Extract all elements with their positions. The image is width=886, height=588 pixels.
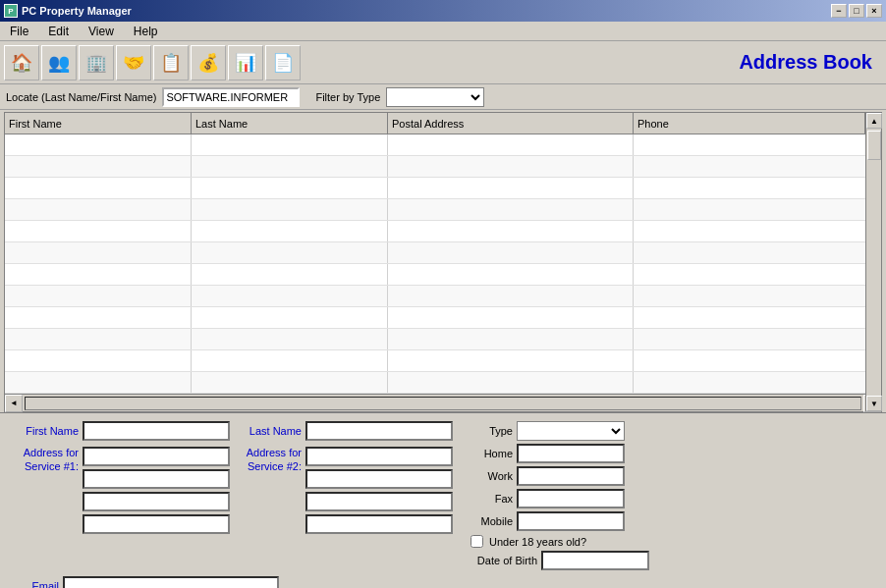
toolbar-btn-document[interactable]: 📄 xyxy=(265,45,301,80)
table-cell xyxy=(388,242,634,263)
table-row[interactable] xyxy=(5,199,881,221)
vscroll-up-arrow[interactable]: ▲ xyxy=(866,113,882,129)
menu-edit[interactable]: Edit xyxy=(42,23,75,40)
table-cell xyxy=(388,350,634,371)
firstname-input[interactable] xyxy=(83,421,230,441)
vscroll-thumb[interactable] xyxy=(867,131,881,160)
table-cell xyxy=(192,242,388,263)
addr-s1-line1[interactable] xyxy=(83,447,230,466)
table-cell xyxy=(192,286,388,306)
close-button[interactable]: × xyxy=(866,4,882,18)
dob-input[interactable] xyxy=(541,551,649,570)
under18-checkbox[interactable] xyxy=(471,535,483,548)
address-book-title: Address Book xyxy=(739,51,882,74)
table-wrapper: First Name Last Name Postal Address Phon… xyxy=(4,112,882,412)
table-cell xyxy=(388,286,634,306)
fax-row: Fax xyxy=(469,489,649,508)
mobile-input[interactable] xyxy=(517,511,625,531)
toolbar-btn-company[interactable]: 🏢 xyxy=(79,45,114,80)
table-cell xyxy=(388,372,634,393)
table-cell xyxy=(388,221,634,241)
table-row[interactable] xyxy=(5,134,881,156)
menu-bar: File Edit View Help xyxy=(0,22,886,41)
address-s1-label: Address forService #1: xyxy=(10,444,79,474)
toolbar-btn-chart[interactable]: 📊 xyxy=(228,45,263,80)
under18-row: Under 18 years old? xyxy=(469,535,649,548)
table-row[interactable] xyxy=(5,286,881,307)
form-left-section: First Name Address forService #1: xyxy=(10,421,230,537)
under18-label: Under 18 years old? xyxy=(489,536,586,548)
form-inner: First Name Address forService #1: Last N… xyxy=(10,421,876,573)
mobile-label: Mobile xyxy=(469,515,513,527)
filter-type-select[interactable] xyxy=(386,87,484,107)
email-label: Email xyxy=(10,580,59,588)
addr-s2-line1[interactable] xyxy=(305,447,453,466)
home-input[interactable] xyxy=(517,444,625,463)
table-row[interactable] xyxy=(5,329,881,350)
title-bar-text: PC Property Manager xyxy=(22,5,132,17)
email-input[interactable] xyxy=(63,576,279,588)
table-row[interactable] xyxy=(5,307,881,329)
toolbar-btn-home[interactable]: 🏠 xyxy=(4,45,39,80)
work-input[interactable] xyxy=(517,466,625,486)
fax-input[interactable] xyxy=(517,489,625,508)
table-cell xyxy=(634,350,881,371)
table-cell xyxy=(192,221,388,241)
home-label: Home xyxy=(469,448,513,459)
table-row[interactable] xyxy=(5,221,881,242)
search-input[interactable] xyxy=(162,87,300,107)
table-row[interactable] xyxy=(5,156,881,178)
addr-s1-line4[interactable] xyxy=(83,514,230,534)
address-s1-inputs xyxy=(83,447,230,534)
addr-s2-line4[interactable] xyxy=(305,514,453,534)
mobile-row: Mobile xyxy=(469,511,649,531)
locate-label: Locate (Last Name/First Name) xyxy=(6,91,156,103)
app-icon: P xyxy=(4,4,18,18)
lastname-input[interactable] xyxy=(305,421,453,441)
maximize-button[interactable]: □ xyxy=(849,4,864,18)
hscroll-bar: ◄ ► xyxy=(5,394,881,411)
table-row[interactable] xyxy=(5,372,881,394)
lastname-row: Last Name xyxy=(238,421,453,441)
minimize-button[interactable]: − xyxy=(831,4,847,18)
table-cell xyxy=(634,242,881,263)
table-cell xyxy=(388,178,634,198)
hscroll-left-arrow[interactable]: ◄ xyxy=(5,395,23,412)
vertical-scrollbar[interactable]: ▲ ▼ xyxy=(865,113,881,411)
home-row: Home xyxy=(469,444,649,463)
table-row[interactable] xyxy=(5,242,881,264)
table-header: First Name Last Name Postal Address Phon… xyxy=(5,113,881,134)
form-area: First Name Address forService #1: Last N… xyxy=(0,412,886,588)
menu-file[interactable]: File xyxy=(4,23,34,40)
addr-s1-line2[interactable] xyxy=(83,469,230,489)
addr-s1-line3[interactable] xyxy=(83,492,230,511)
table-cell xyxy=(192,372,388,393)
firstname-label: First Name xyxy=(10,425,79,437)
toolbar-btn-people[interactable]: 👥 xyxy=(41,45,77,80)
table-cell xyxy=(5,307,192,328)
work-label: Work xyxy=(469,470,513,482)
table-body xyxy=(5,134,881,394)
menu-help[interactable]: Help xyxy=(128,23,164,40)
table-row[interactable] xyxy=(5,178,881,199)
table-cell xyxy=(5,242,192,263)
addr-s2-line3[interactable] xyxy=(305,492,453,511)
toolbar-btn-handshake[interactable]: 🤝 xyxy=(116,45,151,80)
toolbar-btn-money[interactable]: 💰 xyxy=(191,45,226,80)
table-cell xyxy=(5,264,192,285)
table-cell xyxy=(388,307,634,328)
table-row[interactable] xyxy=(5,264,881,286)
work-row: Work xyxy=(469,466,649,486)
addr-s2-line2[interactable] xyxy=(305,469,453,489)
table-cell xyxy=(634,178,881,198)
menu-view[interactable]: View xyxy=(83,23,120,40)
toolbar: 🏠 👥 🏢 🤝 📋 💰 📊 📄 Address Book xyxy=(0,41,886,84)
table-cell xyxy=(388,329,634,349)
toolbar-btn-clipboard[interactable]: 📋 xyxy=(153,45,189,80)
vscroll-down-arrow[interactable]: ▼ xyxy=(866,396,882,411)
form-right-section: Type Home Work Fax Mobile Under 18 y xyxy=(469,421,649,573)
table-cell xyxy=(5,372,192,393)
type-select[interactable] xyxy=(517,421,625,441)
table-row[interactable] xyxy=(5,350,881,372)
dob-label: Date of Birth xyxy=(469,555,537,566)
